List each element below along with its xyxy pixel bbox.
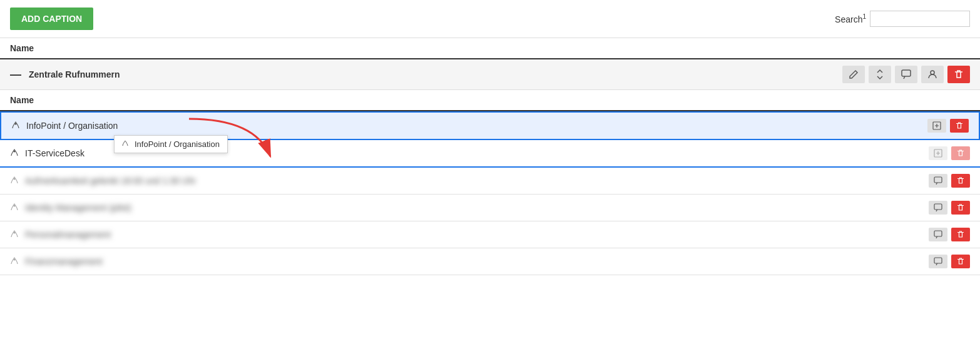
sub-row-blurred3[interactable]: Personalmanagement bbox=[0, 221, 980, 248]
row-delete-button-it[interactable] bbox=[951, 146, 970, 160]
svg-point-11 bbox=[14, 231, 16, 233]
row-actions-b3 bbox=[929, 228, 970, 241]
comment-button-b4[interactable] bbox=[929, 255, 947, 268]
row-icon-b3 bbox=[10, 230, 19, 240]
sub-row-blurred4[interactable]: Finanzmanagement bbox=[0, 248, 980, 275]
comment-button-b1[interactable] bbox=[929, 174, 947, 188]
row-actions-b1 bbox=[929, 174, 970, 188]
delete-icon-b2 bbox=[956, 203, 965, 212]
delete-button-b3[interactable] bbox=[951, 228, 970, 241]
row-text-blurred1: Aufmerksamkeit gelenkt 18:00 und 1:30 Uh… bbox=[25, 176, 929, 186]
delete-button-b2[interactable] bbox=[951, 201, 970, 215]
comment-button[interactable] bbox=[895, 66, 917, 83]
sort-icon bbox=[875, 69, 885, 79]
main-section-header: Name bbox=[0, 38, 980, 59]
delete-button-b1[interactable] bbox=[951, 174, 970, 188]
row-icon-infopoint bbox=[11, 121, 20, 131]
group-dash: — bbox=[10, 68, 21, 81]
top-bar: ADD CAPTION Search1 bbox=[0, 0, 980, 38]
comment-icon-b3 bbox=[934, 230, 942, 239]
tooltip-text: InfoPoint / Organisation bbox=[135, 139, 220, 149]
row-actions-infopoint bbox=[927, 119, 969, 133]
row-icon-b4 bbox=[10, 256, 19, 267]
svg-point-2 bbox=[15, 123, 17, 124]
delete-icon-b4 bbox=[956, 257, 965, 266]
svg-rect-10 bbox=[934, 204, 942, 210]
svg-point-7 bbox=[14, 178, 16, 180]
edit-icon bbox=[849, 69, 859, 79]
comment-icon-b2 bbox=[934, 203, 942, 212]
row-actions-it bbox=[929, 146, 970, 160]
comment-icon bbox=[901, 69, 911, 79]
group-name: Zentrale Rufnummern bbox=[29, 69, 842, 79]
delete-row-icon-it bbox=[956, 149, 965, 158]
row-icon-b2 bbox=[10, 203, 19, 213]
comment-button-b2[interactable] bbox=[929, 201, 947, 215]
row-text-blurred4: Finanzmanagement bbox=[25, 256, 929, 266]
expand-icon bbox=[932, 121, 941, 130]
row-text-blurred3: Personalmanagement bbox=[25, 230, 929, 240]
expand-icon-it bbox=[934, 149, 942, 158]
delete-group-button[interactable] bbox=[947, 66, 970, 83]
delete-icon-b3 bbox=[956, 230, 965, 239]
delete-icon bbox=[954, 69, 964, 79]
delete-icon-b1 bbox=[956, 176, 965, 185]
sub-row-blurred1[interactable]: Aufmerksamkeit gelenkt 18:00 und 1:30 Uh… bbox=[0, 168, 980, 195]
row-expand-button-it[interactable] bbox=[929, 146, 947, 160]
row-icon-b1 bbox=[10, 176, 19, 186]
delete-button-b4[interactable] bbox=[951, 255, 970, 268]
tooltip-icon bbox=[122, 139, 130, 149]
tooltip-popup: InfoPoint / Organisation bbox=[114, 135, 228, 153]
row-actions-b2 bbox=[929, 201, 970, 215]
svg-rect-0 bbox=[902, 70, 911, 76]
edit-button[interactable] bbox=[842, 66, 865, 83]
sub-table-header: Name bbox=[0, 90, 980, 111]
main-header-name: Name bbox=[10, 43, 34, 53]
sub-table: Name InfoPoint / Organisation I bbox=[0, 90, 980, 275]
svg-point-13 bbox=[14, 258, 16, 260]
svg-rect-12 bbox=[934, 231, 942, 236]
svg-point-1 bbox=[931, 71, 934, 74]
row-expand-button-infopoint[interactable] bbox=[927, 119, 946, 133]
search-input[interactable] bbox=[870, 11, 970, 27]
row-icon-it bbox=[10, 148, 19, 159]
svg-point-9 bbox=[14, 205, 16, 206]
comment-button-b3[interactable] bbox=[929, 228, 947, 241]
row-text-blurred2: Identity Management (pilot) bbox=[25, 203, 929, 213]
search-area: Search1 bbox=[835, 11, 970, 27]
row-delete-button-infopoint[interactable] bbox=[950, 119, 969, 133]
group-row: — Zentrale Rufnummern bbox=[0, 59, 980, 90]
sub-header-name: Name bbox=[10, 95, 34, 105]
svg-rect-8 bbox=[934, 177, 942, 183]
add-caption-button[interactable]: ADD CAPTION bbox=[10, 8, 93, 30]
sort-button[interactable] bbox=[869, 66, 891, 83]
svg-rect-14 bbox=[934, 258, 942, 263]
row-actions-b4 bbox=[929, 255, 970, 268]
group-actions bbox=[842, 66, 970, 83]
comment-icon-b1 bbox=[934, 176, 942, 185]
row-text-infopoint: InfoPoint / Organisation bbox=[26, 121, 927, 131]
search-label: Search1 bbox=[835, 13, 866, 24]
sub-row-infopoint[interactable]: InfoPoint / Organisation InfoPoint / Org… bbox=[0, 111, 980, 140]
user-button[interactable] bbox=[921, 66, 944, 83]
delete-row-icon bbox=[955, 121, 964, 130]
comment-icon-b4 bbox=[934, 257, 942, 266]
svg-point-5 bbox=[14, 150, 16, 152]
sub-row-blurred2[interactable]: Identity Management (pilot) bbox=[0, 195, 980, 221]
user-icon bbox=[927, 69, 937, 79]
